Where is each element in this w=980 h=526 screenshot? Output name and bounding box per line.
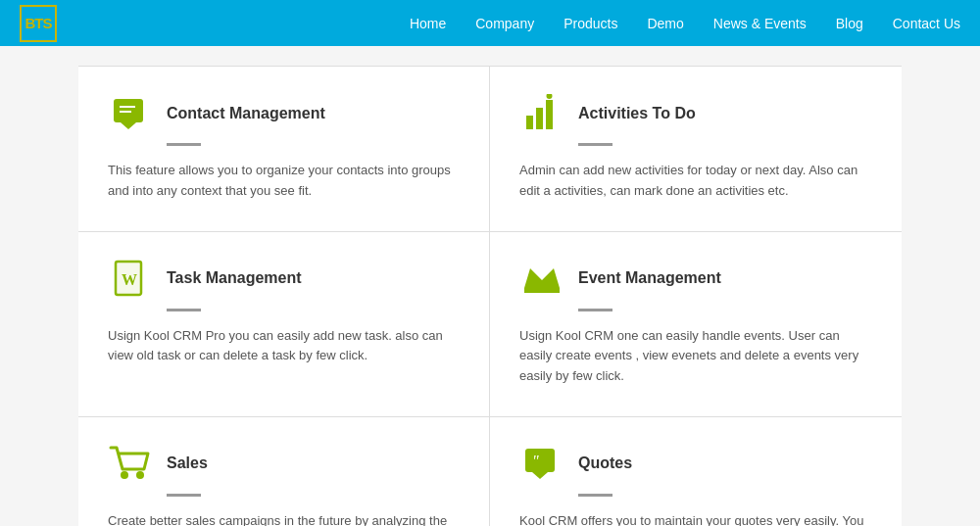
card-divider (167, 494, 201, 497)
svg-rect-4 (526, 116, 533, 129)
task-title: Task Management (167, 269, 302, 287)
quotes-title: Quotes (578, 454, 632, 472)
nav: Home Company Products Demo News & Events… (410, 16, 960, 31)
task-icon: W (108, 257, 152, 301)
nav-contact[interactable]: Contact Us (893, 16, 960, 31)
feature-card-event: Event Management Usign Kool CRM one can … (490, 231, 902, 416)
sales-desc: Create better sales campaigns in the fut… (108, 511, 460, 526)
svg-marker-16 (532, 472, 548, 479)
nav-blog[interactable]: Blog (836, 16, 863, 31)
card-header: W Task Management (108, 257, 460, 301)
activities-icon (519, 91, 564, 135)
svg-text:": " (532, 453, 539, 469)
card-header: " Quotes (519, 442, 872, 486)
feature-card-quotes: " Quotes Kool CRM offers you to maintain… (490, 416, 902, 526)
nav-demo[interactable]: Demo (647, 16, 683, 31)
svg-point-14 (136, 471, 144, 479)
event-icon (519, 257, 564, 301)
svg-marker-1 (121, 122, 136, 129)
sales-icon (108, 442, 152, 486)
nav-products[interactable]: Products (564, 16, 617, 31)
card-divider (167, 309, 201, 311)
card-header: Event Management (519, 257, 872, 301)
card-header: Contact Management (108, 91, 460, 135)
header: BTS Home Company Products Demo News & Ev… (0, 0, 980, 46)
card-divider (578, 309, 612, 311)
svg-rect-15 (525, 449, 555, 472)
event-desc: Usign Kool CRM one can easily handle eve… (519, 326, 872, 387)
svg-marker-11 (524, 268, 560, 288)
svg-rect-12 (524, 288, 560, 293)
task-desc: Usign Kool CRM Pro you can easily add ne… (108, 326, 460, 367)
card-divider (578, 143, 612, 146)
features-grid: Contact Management This feature allows y… (78, 66, 902, 526)
nav-home[interactable]: Home (410, 16, 446, 31)
svg-point-13 (121, 471, 128, 479)
main-content: Contact Management This feature allows y… (0, 46, 980, 526)
feature-card-task: W Task Management Usign Kool CRM Pro you… (78, 231, 490, 416)
card-header: Activities To Do (519, 91, 872, 135)
card-divider (167, 143, 201, 146)
activities-desc: Admin can add new activities for today o… (519, 161, 872, 202)
contact-management-icon (108, 91, 152, 135)
sales-title: Sales (167, 454, 208, 472)
activities-title: Activities To Do (578, 105, 696, 122)
feature-card-sales: Sales Create better sales campaigns in t… (78, 416, 490, 526)
card-header: Sales (108, 442, 460, 486)
logo: BTS (20, 5, 57, 42)
logo-box: BTS (20, 5, 57, 42)
nav-company[interactable]: Company (475, 16, 534, 31)
event-title: Event Management (578, 269, 721, 287)
svg-rect-6 (546, 100, 553, 129)
contact-management-desc: This feature allows you to organize your… (108, 161, 460, 202)
quotes-icon: " (519, 442, 564, 486)
contact-management-title: Contact Management (167, 105, 325, 122)
svg-rect-5 (536, 108, 543, 129)
feature-card-activities: Activities To Do Admin can add new activ… (490, 66, 902, 231)
card-divider (578, 494, 612, 497)
svg-rect-3 (120, 111, 131, 113)
svg-point-7 (546, 94, 552, 99)
nav-news-events[interactable]: News & Events (713, 16, 807, 31)
svg-rect-2 (120, 106, 135, 108)
svg-rect-10 (116, 262, 141, 295)
quotes-desc: Kool CRM offers you to maintain your quo… (519, 511, 872, 526)
logo-text: BTS (25, 15, 52, 31)
feature-card-contact-management: Contact Management This feature allows y… (78, 66, 490, 231)
